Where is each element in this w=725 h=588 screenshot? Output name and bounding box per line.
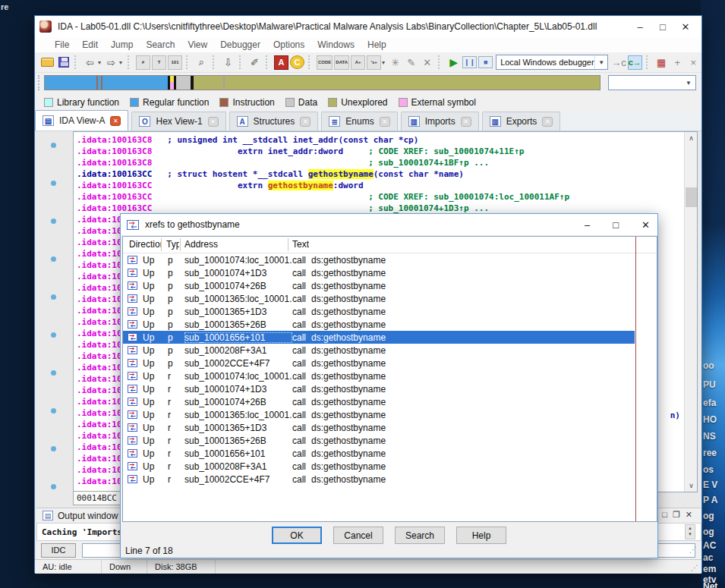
- make-string-menu-icon[interactable]: ▾: [380, 55, 386, 70]
- xref-row[interactable]: Uppsub_10001074+1D3callds:gethostbyname: [123, 266, 635, 279]
- navband-segment[interactable]: [45, 76, 168, 90]
- undefine-icon[interactable]: ✕: [420, 55, 434, 70]
- debugger-windows-icon[interactable]: ▦: [654, 55, 669, 70]
- search-address-icon[interactable]: #: [136, 55, 150, 70]
- scroll-up-icon[interactable]: ▴: [689, 525, 692, 531]
- jump-down-icon[interactable]: ⇩: [221, 55, 235, 70]
- tab-close-icon[interactable]: ✕: [300, 117, 310, 127]
- menu-view[interactable]: View: [188, 39, 207, 50]
- tab-close-icon[interactable]: ✕: [461, 117, 471, 127]
- xref-row[interactable]: Uppsub_10002CCE+4F7callds:gethostbyname: [123, 357, 635, 369]
- vertical-scrollbar[interactable]: ∧ ∨: [684, 132, 697, 492]
- forward-menu-icon[interactable]: ▾: [118, 55, 124, 70]
- disassembly-line[interactable]: .idata:100163C8 ; unsigned int __stdcall…: [77, 134, 683, 146]
- column-header-direction[interactable]: Direction: [129, 239, 161, 250]
- toolbar-gripper[interactable]: [38, 75, 42, 90]
- edit-comment-icon[interactable]: ✎: [404, 55, 418, 70]
- tab-structures[interactable]: AStructures✕: [229, 112, 319, 130]
- xref-row[interactable]: Uprsub_1000208F+3A1callds:gethostbyname: [123, 460, 635, 473]
- maximize-button[interactable]: □: [651, 21, 674, 33]
- back-menu-icon[interactable]: ▾: [96, 55, 102, 70]
- menu-search[interactable]: Search: [146, 39, 175, 50]
- maximize-icon[interactable]: □: [613, 219, 619, 231]
- tab-enums[interactable]: ≣Enums✕: [321, 112, 397, 130]
- detach-process-icon[interactable]: c→: [628, 55, 642, 70]
- resize-grip-icon[interactable]: ⋰: [689, 546, 697, 554]
- tab-ida-view[interactable]: ▤IDA View-A✕: [35, 110, 128, 130]
- xref-row[interactable]: Uprsub_10001074+1D3callds:gethostbyname: [123, 382, 635, 395]
- xref-row[interactable]: Uppsub_1000208F+3A1callds:gethostbyname: [123, 344, 635, 357]
- search-text-icon[interactable]: T: [152, 55, 166, 70]
- menu-edit[interactable]: Edit: [82, 39, 98, 50]
- column-header-type[interactable]: Typ: [166, 239, 179, 250]
- scrollbar-thumb[interactable]: [686, 187, 697, 207]
- stop-process-icon[interactable]: ■: [478, 56, 493, 68]
- navigation-band[interactable]: [44, 75, 600, 90]
- debugger-selector[interactable]: Local Windows debugger▼: [496, 55, 608, 70]
- patch-program-icon[interactable]: ✳: [388, 55, 402, 70]
- pane-maximize-icon[interactable]: □: [662, 510, 667, 520]
- xref-row[interactable]: Uppsub_10001074+26Bcallds:gethostbyname: [123, 279, 635, 292]
- tab-imports[interactable]: ▥Imports✕: [401, 112, 479, 130]
- xref-row[interactable]: Uprsub_10002CCE+4F7callds:gethostbyname: [123, 473, 635, 486]
- disassembly-line[interactable]: .idata:100163C8 extrn inet_addr:dword ; …: [77, 146, 683, 157]
- scroll-down-icon[interactable]: ▾: [689, 531, 692, 537]
- breakpoint-add-icon[interactable]: +: [670, 55, 685, 70]
- disassembly-line[interactable]: .idata:100163CC ; sub_10001074+1D3↑p ...: [77, 203, 683, 214]
- make-name-icon[interactable]: A+: [351, 55, 365, 70]
- tab-close-icon[interactable]: ✕: [542, 117, 553, 127]
- column-header-text[interactable]: Text: [292, 239, 309, 250]
- help-button[interactable]: Help: [456, 527, 506, 544]
- chevron-down-icon[interactable]: ▼: [594, 55, 607, 69]
- tab-close-icon[interactable]: ✕: [208, 117, 219, 127]
- xref-row[interactable]: Uprsub_10001365:loc_10001...callds:getho…: [123, 408, 635, 421]
- pane-float-icon[interactable]: ❐: [673, 510, 680, 520]
- tab-close-icon[interactable]: ✕: [380, 117, 390, 127]
- forward-icon[interactable]: ⇨: [104, 55, 118, 70]
- minimize-icon[interactable]: –: [585, 219, 590, 231]
- start-process-icon[interactable]: ▶: [446, 55, 461, 70]
- xref-row[interactable]: Uppsub_10001365+26Bcallds:gethostbyname: [123, 318, 635, 331]
- navband-segment[interactable]: [176, 76, 191, 90]
- dialog-titlebar[interactable]: xrefs to gethostbyname – □ ✕: [121, 214, 657, 235]
- make-code-icon[interactable]: CODE: [317, 55, 333, 70]
- navband-segment[interactable]: [194, 76, 600, 90]
- xref-row[interactable]: Uprsub_10001365+26Bcallds:gethostbyname: [123, 434, 635, 447]
- disassembly-line[interactable]: .idata:100163C8 ; sub_10001074+1BF↑p ...: [77, 157, 683, 168]
- close-icon[interactable]: ✕: [641, 219, 650, 231]
- compile-file-icon[interactable]: C: [290, 55, 304, 69]
- disassembly-line[interactable]: .idata:100163CC extrn gethostbyname:dwor…: [77, 180, 683, 191]
- breakpoint-delete-icon[interactable]: ×: [686, 55, 701, 70]
- xref-row[interactable]: Uprsub_10001074:loc_10001...callds:getho…: [123, 369, 635, 382]
- back-icon[interactable]: ⇦: [83, 55, 97, 70]
- column-header-address[interactable]: Address: [184, 239, 218, 250]
- xref-row[interactable]: Uprsub_10001074+26Bcallds:gethostbyname: [123, 395, 635, 408]
- xref-row[interactable]: Uppsub_10001074:loc_10001...callds:getho…: [123, 253, 635, 266]
- xref-row[interactable]: Uppsub_10001656+101callds:gethostbyname: [123, 331, 635, 344]
- xrefs-list[interactable]: Direction Typ Address Text Uppsub_100010…: [122, 236, 657, 522]
- scroll-down-icon[interactable]: ∨: [685, 480, 698, 492]
- menu-help[interactable]: Help: [367, 39, 386, 50]
- disassembly-line[interactable]: .idata:100163CC ; CODE XREF: sub_1000107…: [77, 191, 683, 203]
- xref-row[interactable]: Uprsub_10001656+101callds:gethostbyname: [123, 447, 635, 460]
- make-string-icon[interactable]: 's+: [367, 55, 381, 70]
- jump-next-icon[interactable]: ⌕: [194, 55, 209, 70]
- ok-button[interactable]: OK: [272, 527, 322, 544]
- menu-jump[interactable]: Jump: [111, 39, 133, 50]
- pause-process-icon[interactable]: ❙❙: [462, 56, 477, 68]
- xref-row[interactable]: Uppsub_10001365:loc_10001...callds:getho…: [123, 292, 635, 305]
- resize-grip-icon[interactable]: ⋰: [691, 564, 698, 572]
- cancel-button[interactable]: Cancel: [333, 527, 383, 544]
- disassembly-line[interactable]: .idata:100163CC ; struct hostent *__stdc…: [77, 168, 683, 180]
- problems-list-icon[interactable]: A: [274, 55, 288, 70]
- navband-combo[interactable]: ▼: [608, 75, 696, 90]
- make-data-icon[interactable]: DATA: [334, 55, 349, 70]
- minimize-button[interactable]: –: [629, 21, 651, 33]
- attach-process-icon[interactable]: →c: [611, 55, 626, 70]
- pane-close-icon[interactable]: ✕: [686, 510, 692, 520]
- tab-close-icon[interactable]: ✕: [110, 116, 121, 126]
- scroll-up-icon[interactable]: ∧: [685, 132, 698, 144]
- idc-button[interactable]: IDC: [41, 543, 76, 558]
- tab-hex-view[interactable]: OHex View-1✕: [131, 112, 225, 130]
- save-database-icon[interactable]: [56, 55, 71, 70]
